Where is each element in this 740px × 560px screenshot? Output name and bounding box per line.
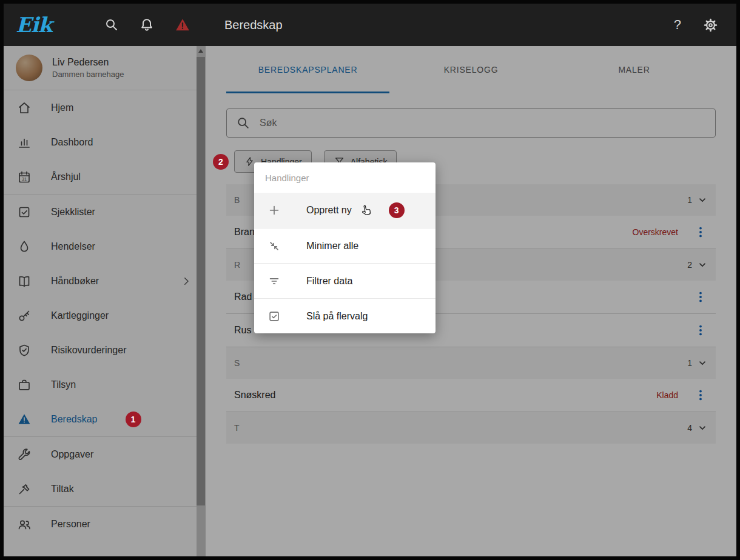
sidebar-item-label: Tilsyn: [51, 379, 76, 390]
page-title: Beredskap: [224, 18, 283, 32]
sidebar-item-hjem[interactable]: Hjem: [4, 90, 205, 125]
menu-item-filtrer-data[interactable]: Filtrer data: [254, 263, 436, 298]
main-content: BEREDSKAPSPLANER KRISELOGG MALER 2 Handl…: [205, 46, 736, 556]
screen-frame: Eik Beredskap ?: [0, 0, 740, 560]
plan-name: Rad: [234, 292, 252, 302]
app-window: Eik Beredskap ?: [4, 4, 736, 556]
sidebar-item-label: Sjekklister: [51, 207, 95, 218]
topbar-right: ?: [674, 17, 736, 33]
water-drop-icon: [17, 239, 32, 254]
sidebar-item-beredskap[interactable]: Beredskap 1: [4, 402, 205, 436]
menu-item-minimer-alle[interactable]: Minimer alle: [254, 228, 436, 263]
eik-logo[interactable]: Eik: [16, 13, 52, 37]
search-icon: [237, 116, 250, 130]
tab-beredskapsplaner[interactable]: BEREDSKAPSPLANER: [226, 46, 389, 93]
checklist-icon: [17, 205, 32, 219]
filter-lines-icon: [267, 275, 281, 288]
sidebar-item-kartlegginger[interactable]: Kartlegginger: [4, 298, 205, 333]
shield-check-icon: [17, 343, 32, 358]
sidebar-item-dashbord[interactable]: Dashbord: [4, 125, 205, 159]
svg-text:31: 31: [22, 176, 27, 181]
sidebar-item-hendelser[interactable]: Hendelser: [4, 229, 205, 264]
checkbox-icon: [267, 310, 281, 323]
chevron-down-icon[interactable]: [698, 260, 707, 270]
menu-item-sla-pa-flervalg[interactable]: Slå på flervalg: [254, 298, 436, 333]
user-name: Liv Pedersen: [52, 57, 124, 68]
sidebar-item-label: Beredskap: [51, 414, 98, 425]
handlinger-dropdown-menu: Handlinger Opprett ny 3 Minimer alle Fil…: [254, 162, 436, 333]
group-header-t[interactable]: T 4: [226, 412, 716, 444]
list-item-snoskred[interactable]: Snøskred Kladd: [226, 379, 716, 412]
kebab-menu-icon[interactable]: [694, 225, 707, 239]
user-organization: Dammen barnehage: [52, 70, 124, 79]
search-input[interactable]: [260, 118, 705, 128]
scrollbar-thumb[interactable]: [197, 57, 205, 505]
help-icon[interactable]: ?: [674, 17, 681, 33]
group-count: 1: [687, 195, 692, 205]
notifications-bell-icon[interactable]: [140, 18, 154, 32]
sidebar: Liv Pedersen Dammen barnehage Hjem Dashb…: [4, 46, 205, 556]
collapse-icon: [267, 239, 281, 253]
sidebar-item-handboker[interactable]: Håndbøker: [4, 264, 205, 298]
user-profile[interactable]: Liv Pedersen Dammen barnehage: [4, 46, 205, 90]
home-icon: [17, 101, 32, 115]
menu-item-label: Slå på flervalg: [306, 311, 368, 322]
chevron-down-icon[interactable]: [698, 358, 707, 368]
sidebar-item-label: Dashbord: [51, 137, 93, 148]
kebab-menu-icon[interactable]: [694, 290, 707, 304]
menu-item-label: Filtrer data: [306, 276, 352, 287]
sidebar-item-sjekklister[interactable]: Sjekklister: [4, 195, 205, 229]
chevron-down-icon[interactable]: [698, 423, 707, 433]
tab-bar: BEREDSKAPSPLANER KRISELOGG MALER: [226, 46, 716, 93]
chevron-down-icon[interactable]: [698, 195, 707, 205]
scrollbar-up-button[interactable]: [197, 46, 205, 56]
book-icon: [17, 274, 32, 288]
step-badge-2: 2: [213, 154, 229, 170]
sidebar-item-label: Årshjul: [51, 172, 81, 182]
group-letter: S: [234, 358, 240, 368]
tab-maler[interactable]: MALER: [553, 46, 716, 93]
sidebar-item-label: Oppgaver: [51, 449, 93, 460]
status-badge: Overskrevet: [633, 227, 678, 237]
key-icon: [17, 308, 32, 323]
people-icon: [17, 517, 32, 532]
sidebar-item-label: Hjem: [51, 102, 73, 113]
plan-name: Bran: [234, 227, 255, 238]
scroll-up-arrow-icon: [198, 49, 203, 53]
kebab-menu-icon[interactable]: [694, 388, 707, 402]
menu-item-label: Opprett ny: [306, 205, 352, 216]
alert-warning-icon[interactable]: [175, 17, 190, 33]
menu-item-label: Minimer alle: [306, 241, 358, 252]
topbar: Eik Beredskap ?: [4, 4, 736, 46]
sidebar-item-label: Kartlegginger: [51, 310, 109, 321]
group-letter: R: [234, 260, 240, 270]
plan-name: Rus: [234, 325, 251, 336]
plan-name: Snøskred: [234, 390, 275, 401]
sidebar-item-personer[interactable]: Personer: [4, 507, 205, 541]
group-count: 4: [687, 423, 692, 433]
alert-triangle-icon: [17, 412, 32, 427]
sidebar-item-tiltak[interactable]: Tiltak: [4, 472, 205, 506]
menu-header: Handlinger: [254, 162, 436, 193]
sidebar-item-label: Håndbøker: [51, 276, 99, 287]
step-badge-3: 3: [389, 202, 405, 218]
hammer-icon: [17, 482, 32, 496]
sidebar-item-tilsyn[interactable]: Tilsyn: [4, 367, 205, 402]
status-badge: Kladd: [656, 390, 678, 400]
sidebar-item-risikovurderinger[interactable]: Risikovurderinger: [4, 333, 205, 367]
menu-item-opprett-ny[interactable]: Opprett ny 3: [254, 193, 436, 228]
kebab-menu-icon[interactable]: [694, 324, 707, 337]
sidebar-item-label: Risikovurderinger: [51, 345, 127, 356]
sidebar-item-arshjul[interactable]: 31 Årshjul: [4, 159, 205, 194]
group-letter: T: [234, 423, 240, 433]
group-header-s[interactable]: S 1: [226, 347, 716, 379]
search-icon[interactable]: [104, 18, 119, 32]
tab-kriselogg[interactable]: KRISELOGG: [389, 46, 553, 93]
settings-gear-icon[interactable]: [703, 18, 718, 33]
sidebar-item-label: Hendelser: [51, 241, 95, 252]
group-letter: B: [234, 195, 240, 205]
sidebar-item-oppgaver[interactable]: Oppgaver: [4, 437, 205, 472]
sidebar-item-label: Tiltak: [51, 484, 74, 495]
search-bar: [226, 108, 716, 138]
calendar-icon: 31: [17, 170, 32, 184]
